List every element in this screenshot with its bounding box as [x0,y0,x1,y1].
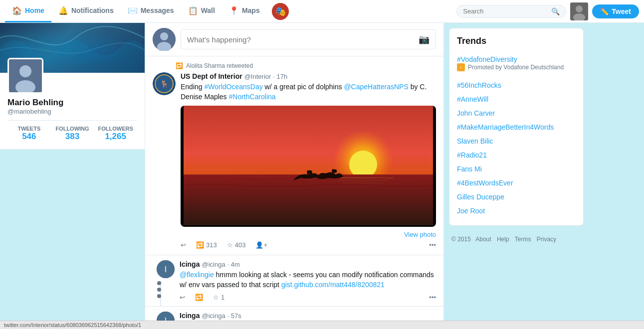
svg-point-16 [349,151,377,178]
like-action[interactable]: ☆ 403 [227,241,246,249]
camera-icon[interactable]: 📷 [419,34,429,45]
trend-item-7[interactable]: Fans Mi [457,162,576,176]
svg-text:I: I [165,265,167,274]
profile-stats: TWEETS 546 FOLLOWING 383 FOLLOWERS 1,265 [7,120,137,142]
followers-stat[interactable]: FOLLOWERS 1,265 [94,126,137,142]
svg-text:🎭: 🎭 [275,6,286,17]
map-pin-icon: 📍 [229,6,239,15]
left-sidebar: Mario Behling @mariobehling TWEETS 546 F… [0,23,145,329]
trend-item-6[interactable]: #Radio21 [457,148,576,162]
terms-link[interactable]: Terms [515,236,531,243]
main-container: Mario Behling @mariobehling TWEETS 546 F… [0,23,644,329]
profile-avatar-wrapper [7,58,137,94]
bell-icon: 🔔 [58,6,68,15]
nav-notifications[interactable]: 🔔 Notifications [51,0,121,22]
trend-item-8[interactable]: #4BestWordsEver [457,176,576,190]
trend-item-3[interactable]: John Carver [457,106,576,120]
thread-dot [157,294,161,298]
trend-item-1[interactable]: #56InchRocks [457,78,576,92]
trend-item-2[interactable]: #AnneWill [457,92,576,106]
compose-box: 📷 [145,23,443,56]
trend-item-9[interactable]: Gilles Duceppe [457,190,576,204]
svg-point-3 [576,5,583,12]
envelope-icon: ✉️ [128,6,138,15]
tweet2-text: @flexlingie hmmm looking at slack - seem… [180,270,436,290]
trend-promoted-item[interactable]: #VodafoneDiversity ↑ Promoted by Vodafon… [457,52,576,78]
tweets-stat[interactable]: TWEETS 546 [7,126,51,142]
more-action[interactable]: ••• [429,241,436,249]
tweet-2: I Icinga @icinga · 4m @flexlingie hmmm l… [145,255,443,307]
icinga-avatar[interactable]: I [157,260,175,278]
tweet-button[interactable]: ✏️ Tweet [592,4,639,18]
retweet-action-2[interactable]: 🔁 [195,294,203,301]
nav-logo: 🎭 [267,0,294,22]
tweet2-content: Icinga @icinga · 4m @flexlingie hmmm loo… [180,260,436,301]
trend-item-5[interactable]: Slaven Bilic [457,134,576,148]
nav-right: 🔍 ✏️ Tweet [456,0,639,22]
tweet3-header: Icinga @icinga · 57s [180,312,436,320]
tweet2-actions: ↩ 🔁 ☆ 1 ••• [180,294,436,301]
retweet-label: 🔁 Alolita Sharma retweeted [176,62,436,69]
compose-input-wrapper[interactable]: 📷 [181,29,436,49]
retweet-action[interactable]: 🔁 313 [196,241,217,249]
tweet-main: 🦌 US Dept of Interior @Interior · 17h En… [153,72,436,249]
user-avatar-nav[interactable] [570,2,588,20]
profile-avatar[interactable] [7,58,43,94]
view-photo-link[interactable]: View photo [404,231,436,238]
tweet2-header: Icinga @icinga · 4m [180,260,436,268]
footer: © 2015 About Help Terms Privacy [449,231,584,248]
svg-point-9 [160,32,168,40]
navbar: 🏠 Home 🔔 Notifications ✉️ Messages 📋 Wal… [0,0,644,23]
reply-action[interactable]: ↩ [181,241,186,249]
promoted-icon: ↑ [457,63,465,71]
privacy-link[interactable]: Privacy [537,236,556,243]
tweet-avatar[interactable]: 🦌 [153,72,176,95]
tweet-pencil-icon: ✏️ [600,7,609,15]
svg-point-6 [19,65,31,77]
compose-input[interactable] [187,35,419,44]
tweet-header: US Dept of Interior @Interior · 17h [181,72,436,80]
reply-action-2[interactable]: ↩ [180,294,185,301]
status-bar: twitter.com/Interior/status/608036962515… [0,321,644,329]
svg-text:🦌: 🦌 [160,80,169,88]
thread-dot [157,288,161,292]
following-stat[interactable]: FOLLOWING 383 [51,126,94,142]
tweet-image[interactable] [181,106,436,227]
nav-home[interactable]: 🏠 Home [5,0,51,22]
search-box[interactable]: 🔍 [456,5,566,18]
about-link[interactable]: About [475,236,491,243]
feed: 📷 🔁 Alolita Sharma retweeted 🦌 [145,23,444,329]
thread-dots [157,281,161,298]
app-logo: 🎭 [272,3,289,20]
tweet-text: Ending #WorldOceansDay w/ a great pic of… [181,82,436,102]
trend-item-4[interactable]: #MakeMarriageBetterIn4Words [457,120,576,134]
compose-avatar [153,28,176,51]
like-action-2[interactable]: ☆ 1 [213,294,224,301]
wall-icon: 📋 [188,6,198,15]
more-action-2[interactable]: ••• [429,294,436,301]
right-sidebar: Trends #VodafoneDiversity ↑ Promoted by … [444,23,589,329]
tweet-content: US Dept of Interior @Interior · 17h Endi… [181,72,436,249]
search-icon: 🔍 [551,7,560,15]
nav-maps[interactable]: 📍 Maps [222,0,267,22]
tweet-actions: ↩ 🔁 313 ☆ 403 👤+ ••• [181,241,436,249]
trend-item-10[interactable]: Joe Root [457,204,576,218]
trend-promoted-label: ↑ Promoted by Vodafone Deutschland [457,63,576,71]
trends-title: Trends [457,36,576,46]
profile-card: Mario Behling @mariobehling TWEETS 546 F… [0,73,145,150]
home-icon: 🏠 [12,6,22,15]
svg-rect-17 [184,174,433,225]
nav-messages[interactable]: ✉️ Messages [121,0,181,22]
trends-box: Trends #VodafoneDiversity ↑ Promoted by … [449,28,584,226]
nav-wall[interactable]: 📋 Wall [181,0,222,22]
search-input[interactable] [463,7,549,15]
retweet-icon: 🔁 [176,62,183,69]
profile-handle: @mariobehling [7,108,137,115]
profile-name: Mario Behling [7,98,137,108]
thread-dot [157,281,161,285]
add-user-action[interactable]: 👤+ [255,241,267,249]
help-link[interactable]: Help [497,236,509,243]
tweet-1: 🔁 Alolita Sharma retweeted 🦌 US Dept of … [145,56,443,255]
